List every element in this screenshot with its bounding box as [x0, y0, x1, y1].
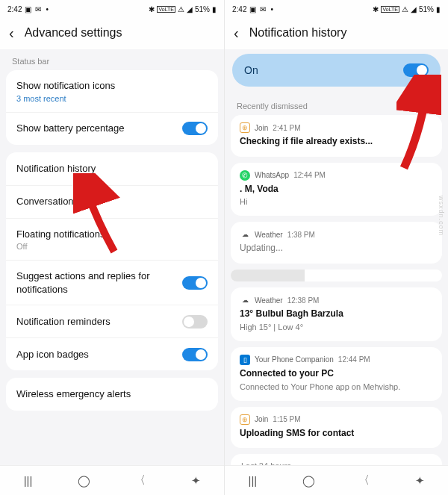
battery-text: 51%	[195, 5, 210, 13]
row-floating-notifications[interactable]: Floating notifications Off	[6, 218, 218, 261]
notif-title: Connected to your PC	[240, 368, 433, 380]
notif-sub: Connected to Your Phone app on Mehvishp.	[240, 382, 433, 392]
weather-icon: ☁	[240, 229, 250, 240]
status-time: 2:42	[7, 5, 22, 13]
loading-bar	[231, 270, 442, 281]
app-name: WhatsApp	[255, 171, 289, 179]
label: Floating notifications	[16, 228, 111, 241]
row-wireless-emergency-alerts[interactable]: Wireless emergency alerts	[6, 378, 218, 411]
screen-notification-history: 2:42 ▣ ✉ • ✱ VoLTE ⚠ ◢ 51% ▮ ‹ Notificat…	[224, 0, 448, 495]
more-icon: •	[270, 5, 273, 13]
label: Wireless emergency alerts	[16, 387, 208, 401]
notif-title: 13° Bulbul Bagh Barzula	[240, 308, 433, 320]
notif-title: Updating...	[240, 243, 433, 255]
notification-item[interactable]: ⊕ Join 1:15 PM Uploading SMS for contact	[231, 407, 442, 449]
row-notification-reminders[interactable]: Notification reminders	[6, 305, 218, 337]
wifi-icon: ⚠	[178, 5, 184, 13]
battery-icon: ▮	[212, 5, 217, 13]
row-suggest-actions[interactable]: Suggest actions and replies for notifica…	[6, 260, 218, 305]
section-label-recently-dismissed: Recently dismissed	[225, 94, 448, 115]
notification-item[interactable]: ⊕ Join 2:41 PM Checking if file already …	[231, 115, 442, 157]
app-name: Weather	[255, 296, 283, 305]
nav-recent-icon[interactable]: |||	[13, 470, 43, 492]
label: Notification reminders	[16, 315, 182, 329]
app-name: Join	[255, 124, 268, 132]
row-show-battery-percentage[interactable]: Show battery percentage	[6, 112, 218, 145]
status-bar: 2:42 ▣ ✉ • ✱ VoLTE ⚠ ◢ 51% ▮	[0, 0, 224, 16]
toggle-battery-percentage[interactable]	[182, 122, 208, 135]
join-icon: ⊕	[240, 122, 250, 133]
notification-item[interactable]: ☁ Weather 1:38 PM Updating...	[231, 222, 442, 264]
notif-time: 12:44 PM	[338, 355, 370, 364]
label: Suggest actions and replies for notifica…	[16, 270, 182, 296]
toggle-badges[interactable]	[182, 348, 208, 361]
battery-text: 51%	[419, 5, 434, 13]
whatsapp-icon: ✆	[240, 170, 250, 181]
header: ‹ Advanced settings	[0, 16, 224, 49]
back-icon[interactable]: ‹	[234, 25, 239, 40]
page-title: Notification history	[249, 26, 347, 40]
section-label-statusbar: Status bar	[0, 49, 224, 70]
row-app-icon-badges[interactable]: App icon badges	[6, 337, 218, 370]
notif-sub: Hi	[240, 196, 433, 207]
master-toggle-bar[interactable]: On	[232, 54, 441, 87]
page-title: Advanced settings	[25, 26, 122, 40]
msg-icon: ✉	[260, 5, 267, 13]
volte-icon: VoLTE	[157, 6, 175, 13]
card-statusbar: Show notification icons 3 most recent Sh…	[6, 70, 218, 145]
notif-time: 2:41 PM	[273, 124, 300, 132]
label: Show battery percentage	[16, 122, 182, 135]
notification-item[interactable]: ☁ Weather 12:38 PM 13° Bulbul Bagh Barzu…	[231, 287, 442, 341]
nav-recent-icon[interactable]: |||	[237, 470, 267, 492]
toggle-suggest-actions[interactable]	[182, 276, 208, 290]
notif-time: 1:38 PM	[287, 231, 315, 239]
camera-icon: ▣	[25, 5, 32, 13]
nav-bar: ||| ◯ 〈 ✦	[225, 465, 448, 495]
more-icon: •	[46, 5, 49, 13]
card-notifications: Notification history Conversations Float…	[6, 152, 218, 371]
camera-icon: ▣	[249, 5, 257, 13]
bluetooth-icon: ✱	[149, 5, 155, 13]
notif-sub: High 15° | Low 4°	[240, 322, 433, 332]
bluetooth-icon: ✱	[373, 5, 379, 13]
notification-item[interactable]: ▯ Your Phone Companion 12:44 PM Connecte…	[231, 347, 442, 401]
sub: 3 most recent	[16, 94, 66, 103]
signal-icon: ◢	[411, 5, 417, 13]
msg-icon: ✉	[35, 5, 43, 13]
app-name: Weather	[255, 231, 283, 239]
screen-advanced-settings: 2:42 ▣ ✉ • ✱ VoLTE ⚠ ◢ 51% ▮ ‹ Advanced …	[0, 0, 224, 495]
nav-accessibility-icon[interactable]: ✦	[181, 470, 211, 492]
label: App icon badges	[16, 348, 182, 361]
row-show-notification-icons[interactable]: Show notification icons 3 most recent	[6, 70, 218, 112]
notif-title: Checking if file already exists...	[240, 136, 433, 148]
nav-back-icon[interactable]: 〈	[349, 470, 379, 492]
toggle-label: On	[244, 64, 258, 76]
label: Notification history	[16, 162, 208, 175]
label: Conversations	[16, 195, 208, 208]
nav-bar: ||| ◯ 〈 ✦	[0, 465, 224, 495]
notif-title: Uploading SMS for contact	[240, 428, 433, 440]
notif-time: 1:15 PM	[273, 415, 300, 423]
app-name: Your Phone Companion	[255, 355, 334, 364]
notification-item[interactable]: ✆ WhatsApp 12:44 PM . M, Voda Hi	[231, 163, 442, 217]
toggle-reminders[interactable]	[182, 315, 208, 329]
row-notification-history[interactable]: Notification history	[6, 152, 218, 185]
signal-icon: ◢	[187, 5, 193, 13]
phone-companion-icon: ▯	[240, 355, 250, 365]
status-time: 2:42	[232, 5, 246, 13]
status-bar: 2:42 ▣ ✉ • ✱ VoLTE ⚠ ◢ 51% ▮	[225, 0, 448, 16]
nav-accessibility-icon[interactable]: ✦	[405, 470, 435, 492]
label: Show notification icons	[16, 79, 121, 93]
weather-icon: ☁	[240, 295, 250, 305]
toggle-notification-history[interactable]	[403, 63, 429, 77]
battery-icon: ▮	[436, 5, 441, 13]
back-icon[interactable]: ‹	[9, 25, 14, 40]
nav-home-icon[interactable]: ◯	[69, 470, 99, 492]
nav-home-icon[interactable]: ◯	[293, 470, 323, 492]
row-conversations[interactable]: Conversations	[6, 185, 218, 218]
notif-title: . M, Voda	[240, 184, 433, 196]
notif-time: 12:44 PM	[293, 171, 326, 179]
watermark: wsxdn.com	[438, 195, 445, 235]
wifi-icon: ⚠	[402, 5, 408, 13]
nav-back-icon[interactable]: 〈	[125, 470, 155, 492]
